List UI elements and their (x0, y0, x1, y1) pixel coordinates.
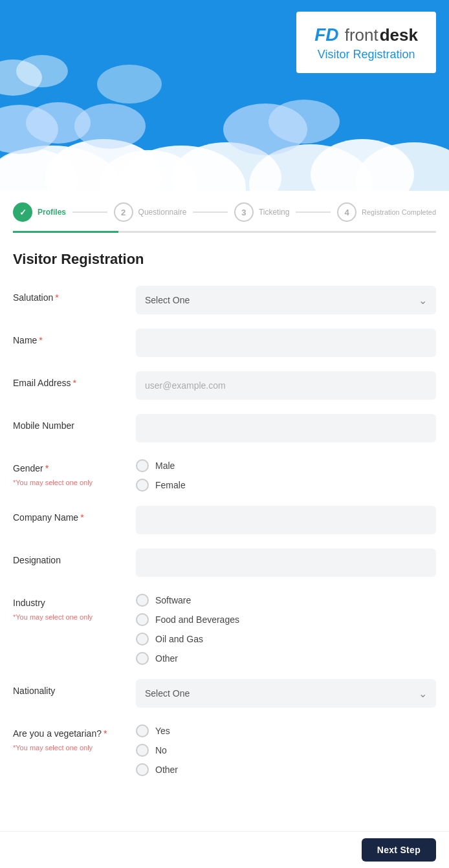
industry-food-radio[interactable] (136, 613, 149, 626)
vegetarian-no-radio[interactable] (136, 744, 149, 757)
industry-sublabel: *You may select one only (13, 613, 129, 621)
nationality-input-col: Select One United States United Kingdom … (136, 679, 436, 708)
industry-radio-group: Software Food and Beverages Oil and Gas … (136, 594, 436, 665)
step-2[interactable]: 2 Questionnaire (114, 202, 187, 222)
industry-other-label: Other (155, 653, 178, 664)
name-input[interactable] (136, 329, 436, 357)
gender-female-option[interactable]: Female (136, 479, 436, 492)
gender-male-option[interactable]: Male (136, 459, 436, 472)
logo-subtitle: Visitor Registration (314, 48, 418, 61)
gender-label-col: Gender* *You may select one only (13, 457, 129, 486)
industry-group: Industry *You may select one only Softwa… (13, 591, 436, 665)
email-input[interactable] (136, 371, 436, 400)
step-4-label: Registration Completed (362, 208, 436, 216)
designation-input[interactable] (136, 548, 436, 577)
logo-box: FD frontdesk Visitor Registration (296, 12, 436, 73)
vegetarian-yes-option[interactable]: Yes (136, 724, 436, 737)
header-banner: FD frontdesk Visitor Registration (0, 0, 449, 191)
form-wrapper: Visitor Registration Salutation* Select … (0, 233, 449, 855)
industry-oil-radio[interactable] (136, 633, 149, 646)
vegetarian-other-radio[interactable] (136, 763, 149, 776)
industry-label-col: Industry *You may select one only (13, 591, 129, 621)
vegetarian-radio-group: Yes No Other (136, 724, 436, 776)
company-input-col (136, 506, 436, 534)
salutation-label: Salutation* (13, 292, 129, 303)
company-label: Company Name* (13, 512, 129, 523)
nationality-label-col: Nationality (13, 679, 129, 701)
svg-point-16 (97, 65, 162, 103)
logo-title: FD frontdesk (314, 25, 418, 45)
gender-sublabel: *You may select one only (13, 479, 129, 486)
nationality-select[interactable]: Select One United States United Kingdom … (136, 679, 436, 708)
email-label: Email Address* (13, 378, 129, 388)
salutation-input-col: Select One Mr. Mrs. Ms. Dr. ⌄ (136, 286, 436, 314)
salutation-select[interactable]: Select One Mr. Mrs. Ms. Dr. (136, 286, 436, 314)
vegetarian-label-col: Are you a vegetarian?* *You may select o… (13, 722, 129, 752)
company-input[interactable] (136, 506, 436, 534)
company-label-col: Company Name* (13, 506, 129, 528)
industry-software-option[interactable]: Software (136, 594, 436, 607)
salutation-select-wrapper: Select One Mr. Mrs. Ms. Dr. ⌄ (136, 286, 436, 314)
gender-label: Gender* (13, 463, 129, 473)
nationality-label: Nationality (13, 686, 129, 696)
industry-options-col: Software Food and Beverages Oil and Gas … (136, 591, 436, 665)
email-label-col: Email Address* (13, 371, 129, 393)
step-1[interactable]: ✓ Profiles (13, 202, 66, 222)
step-4[interactable]: 4 Registration Completed (337, 202, 436, 222)
logo-front: front (340, 25, 378, 45)
nationality-group: Nationality Select One United States Uni… (13, 679, 436, 708)
svg-point-11 (74, 103, 146, 149)
nationality-select-wrapper: Select One United States United Kingdom … (136, 679, 436, 708)
industry-software-radio[interactable] (136, 594, 149, 607)
gender-female-radio[interactable] (136, 479, 149, 492)
vegetarian-no-option[interactable]: No (136, 744, 436, 757)
step-line-1 (72, 212, 107, 213)
industry-oil-option[interactable]: Oil and Gas (136, 633, 436, 646)
vegetarian-yes-label: Yes (155, 726, 170, 736)
step-1-circle: ✓ (13, 202, 32, 222)
logo-fd: FD (314, 25, 338, 45)
form-title: Visitor Registration (13, 251, 436, 268)
gender-female-label: Female (155, 480, 186, 490)
next-step-button[interactable]: Next Step (362, 838, 436, 862)
step-2-circle: 2 (114, 202, 133, 222)
industry-other-radio[interactable] (136, 652, 149, 665)
stepper: ✓ Profiles 2 Questionnaire 3 Ticketing 4… (0, 191, 449, 233)
svg-point-13 (268, 100, 340, 144)
name-input-col (136, 329, 436, 357)
step-3-label: Ticketing (259, 208, 290, 217)
step-3[interactable]: 3 Ticketing (234, 202, 290, 222)
gender-male-radio[interactable] (136, 459, 149, 472)
industry-oil-label: Oil and Gas (155, 634, 203, 644)
vegetarian-options-col: Yes No Other (136, 722, 436, 776)
gender-radio-group: Male Female (136, 459, 436, 492)
step-2-label: Questionnaire (138, 208, 187, 217)
industry-food-option[interactable]: Food and Beverages (136, 613, 436, 626)
industry-other-option[interactable]: Other (136, 652, 436, 665)
name-label: Name* (13, 335, 129, 345)
salutation-group: Salutation* Select One Mr. Mrs. Ms. Dr. … (13, 286, 436, 314)
vegetarian-yes-radio[interactable] (136, 724, 149, 737)
logo-desk: desk (380, 25, 418, 45)
gender-group: Gender* *You may select one only Male Fe… (13, 457, 436, 492)
mobile-input[interactable] (136, 414, 436, 442)
mobile-group: Mobile Number (13, 414, 436, 442)
vegetarian-sublabel: *You may select one only (13, 744, 129, 752)
step-3-circle: 3 (234, 202, 254, 222)
gender-options-col: Male Female (136, 457, 436, 492)
mobile-input-col (136, 414, 436, 442)
designation-group: Designation (13, 548, 436, 577)
stepper-steps: ✓ Profiles 2 Questionnaire 3 Ticketing 4… (13, 202, 436, 222)
industry-food-label: Food and Beverages (155, 614, 239, 625)
mobile-label: Mobile Number (13, 420, 129, 431)
designation-label-col: Designation (13, 548, 129, 570)
vegetarian-other-option[interactable]: Other (136, 763, 436, 776)
step-line-2 (193, 212, 228, 213)
gender-male-label: Male (155, 461, 175, 471)
vegetarian-group: Are you a vegetarian?* *You may select o… (13, 722, 436, 776)
industry-software-label: Software (155, 595, 191, 605)
step-4-circle: 4 (337, 202, 356, 222)
step-line-3 (296, 212, 331, 213)
salutation-label-col: Salutation* (13, 286, 129, 308)
company-group: Company Name* (13, 506, 436, 534)
